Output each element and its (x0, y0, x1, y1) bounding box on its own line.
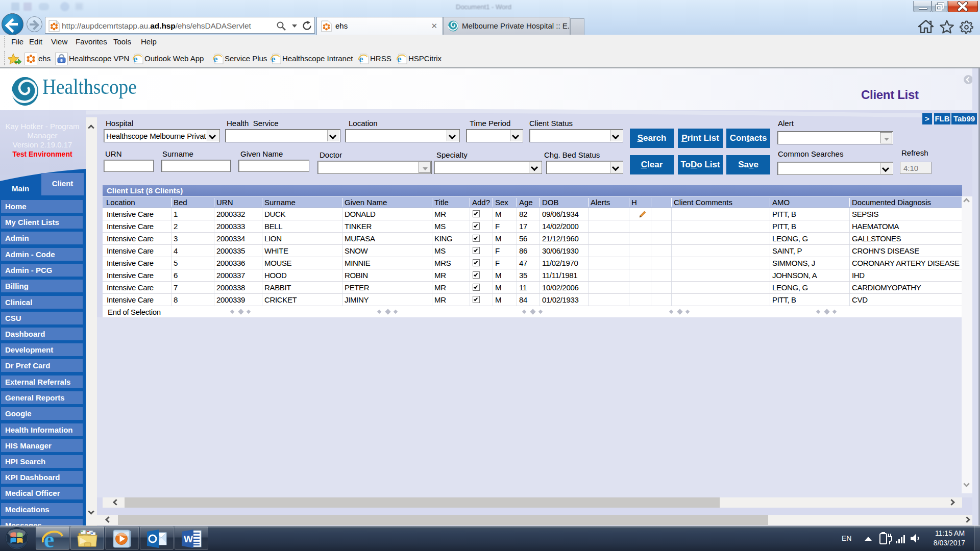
svg-text:W: W (184, 534, 193, 544)
